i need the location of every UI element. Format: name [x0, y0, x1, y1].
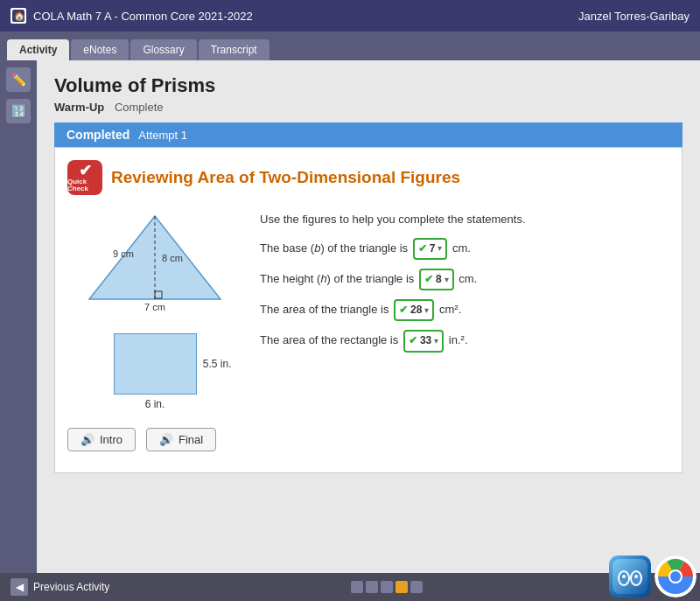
figures-column: 9 cm 8 cm 7 cm 5.5 in. 6 in.	[67, 207, 242, 410]
bottom-bar: ◀ Previous Activity	[0, 573, 700, 601]
answer-area-rectangle[interactable]: ✔ 33 ▾	[403, 330, 444, 352]
pencil-icon[interactable]: ✏️	[6, 67, 31, 92]
statement-height: The height (h) of the triangle is ✔ 8 ▾ …	[260, 269, 664, 290]
triangle-height-label: 8 cm	[162, 253, 183, 263]
final-button[interactable]: 🔊 Final	[146, 428, 216, 451]
card-footer: 🔊 Intro 🔊 Final	[67, 428, 664, 460]
triangle-side-label: 9 cm	[113, 248, 134, 259]
svg-point-10	[622, 575, 626, 578]
left-sidebar: ✏️ 🔢	[0, 60, 37, 573]
final-label: Final	[178, 433, 203, 446]
app-icon: 🏠	[10, 8, 26, 24]
intro-text: Use the figures to help you complete the…	[260, 211, 664, 229]
rectangle-base-label: 6 in.	[145, 398, 165, 410]
intro-button[interactable]: 🔊 Intro	[67, 428, 136, 451]
answer-height[interactable]: ✔ 8 ▾	[419, 269, 454, 290]
rectangle-shape	[114, 333, 197, 395]
answer-area-triangle[interactable]: ✔ 28 ▾	[394, 299, 434, 321]
svg-point-16	[670, 571, 681, 582]
lesson-meta: Warm-Up Complete	[54, 101, 682, 114]
quick-check-icon: ✔ Quick Check	[67, 160, 102, 195]
dot-5	[410, 581, 423, 593]
card-title: Reviewing Area of Two-Dimensional Figure…	[111, 168, 460, 187]
rectangle-figure: 5.5 in. 6 in.	[114, 333, 197, 410]
header-left: 🏠 COLA Math 7 A - Common Core 2021-2022	[10, 8, 253, 24]
intro-speaker-icon: 🔊	[80, 433, 94, 446]
svg-point-11	[634, 575, 638, 578]
completed-text: Completed	[66, 128, 130, 142]
warm-up-label: Warm-Up	[54, 101, 104, 114]
rectangle-side-label: 5.5 in.	[203, 358, 232, 370]
main-area: ✏️ 🔢 Volume of Prisms Warm-Up Complete C…	[0, 60, 700, 573]
content-panel: Volume of Prisms Warm-Up Complete Comple…	[37, 60, 700, 573]
app-title: COLA Math 7 A - Common Core 2021-2022	[33, 10, 253, 23]
dot-4-active	[396, 581, 408, 593]
svg-text:🏠: 🏠	[14, 10, 24, 22]
user-name: Janzel Torres-Garibay	[578, 10, 690, 23]
svg-rect-5	[612, 559, 648, 594]
statements-column: Use the figures to help you complete the…	[260, 207, 664, 361]
lesson-title: Volume of Prisms	[54, 74, 682, 97]
dot-1	[351, 581, 363, 593]
card-body: 9 cm 8 cm 7 cm 5.5 in. 6 in.	[67, 207, 664, 410]
tab-transcript[interactable]: Transcript	[199, 39, 270, 60]
attempt-label: Attempt 1	[138, 129, 187, 142]
triangle-svg: 9 cm 8 cm 7 cm	[85, 207, 225, 312]
prev-activity-label: Previous Activity	[33, 581, 109, 593]
chrome-icon[interactable]	[654, 556, 696, 598]
tab-glossary[interactable]: Glossary	[130, 39, 196, 60]
app-header: 🏠 COLA Math 7 A - Common Core 2021-2022 …	[0, 0, 700, 31]
final-speaker-icon: 🔊	[159, 433, 173, 446]
triangle-base-label: 7 cm	[144, 302, 165, 312]
activity-card: ✔ Quick Check Reviewing Area of Two-Dime…	[54, 147, 682, 473]
dock-area	[606, 552, 700, 601]
statement-base: The base (b) of the triangle is ✔ 7 ▾ cm…	[260, 238, 664, 260]
dot-3	[381, 581, 393, 593]
quick-check-label: Quick Check	[67, 178, 102, 192]
checkmark-icon: ✔	[79, 163, 92, 178]
dot-2	[366, 581, 378, 593]
tabs-bar: Activity eNotes Glossary Transcript	[0, 31, 700, 60]
answer-base[interactable]: ✔ 7 ▾	[413, 238, 448, 260]
card-header: ✔ Quick Check Reviewing Area of Two-Dime…	[67, 160, 664, 195]
triangle-figure: 9 cm 8 cm 7 cm	[85, 207, 225, 316]
finder-icon[interactable]	[609, 556, 651, 598]
calculator-icon[interactable]: 🔢	[6, 99, 31, 123]
bottom-left: ◀ Previous Activity	[10, 578, 109, 596]
progress-dots	[351, 581, 423, 593]
complete-label: Complete	[115, 101, 164, 114]
statement-area-triangle: The area of the triangle is ✔ 28 ▾ cm².	[260, 299, 664, 321]
completed-banner: Completed Attempt 1	[54, 122, 682, 147]
statement-area-rectangle: The area of the rectangle is ✔ 33 ▾ in.²…	[260, 330, 664, 352]
tab-enotes[interactable]: eNotes	[71, 39, 129, 60]
prev-arrow[interactable]: ◀	[10, 578, 28, 596]
intro-label: Intro	[100, 433, 122, 446]
tab-activity[interactable]: Activity	[7, 39, 69, 60]
